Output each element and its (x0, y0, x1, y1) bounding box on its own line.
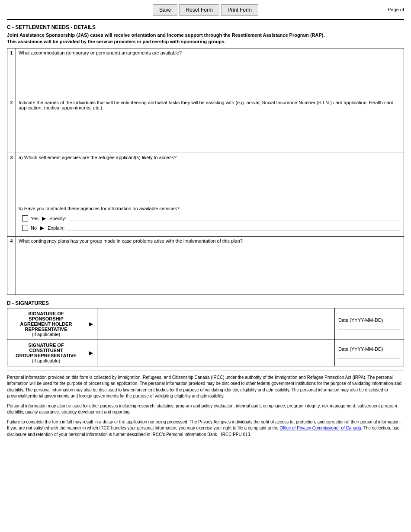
privacy-commissioner-link[interactable]: Office of Privacy Commissioner of Canada (279, 426, 361, 430)
no-label: No (31, 225, 37, 231)
question-3-row: 3 a) Which settlement agencies are the r… (7, 153, 404, 237)
privacy-para3: Failure to complete the form in full may… (7, 419, 404, 438)
sig2-date-label: Date (YYYY-MM-DD) (338, 346, 400, 352)
q4-content: What contingency plans has your group ma… (16, 237, 404, 295)
q1-content: What accommodation (temporary or permane… (16, 48, 404, 98)
toolbar: Save Reset Form Print Form Page of (0, 0, 411, 19)
q3a-textarea[interactable] (19, 161, 401, 200)
sig1-line2: AGREEMENT HOLDER (20, 321, 72, 327)
question-2-row: 2 Indicate the names of the individuals … (7, 98, 404, 153)
sig2-date-input[interactable] (338, 353, 400, 359)
sig1-line3: REPRESENTATIVE (25, 327, 67, 332)
q3-content: a) Which settlement agencies are the ref… (16, 153, 404, 236)
q2-number: 2 (7, 98, 16, 153)
sig2-line2: GROUP REPRESENTATIVE (16, 353, 77, 358)
questions-container: 1 What accommodation (temporary or perma… (7, 48, 404, 295)
section-d-title: D - SIGNATURES (7, 298, 404, 306)
sig2-label: SIGNATURE OF CONSTITUENT GROUP REPRESENT… (7, 340, 85, 366)
yes-row: Yes ▶ Specify: (22, 215, 401, 221)
top-divider (7, 19, 404, 20)
reset-button[interactable]: Reset Form (179, 4, 219, 16)
sig2-field-cell (97, 340, 335, 366)
q2-content: Indicate the names of the individuals th… (16, 98, 404, 153)
sig2-line3: (if applicable) (32, 358, 60, 363)
sig1-label: SIGNATURE OF SPONSORSHIP AGREEMENT HOLDE… (7, 308, 85, 340)
sig1-line4: (if applicable) (32, 332, 60, 337)
yes-label: Yes (31, 216, 39, 221)
sig1-row: SIGNATURE OF SPONSORSHIP AGREEMENT HOLDE… (7, 308, 404, 340)
sig1-date-cell: Date (YYYY-MM-DD) (335, 308, 404, 340)
main-content: C - SETTLEMENT NEEDS - DETAILS Joint Ass… (0, 19, 411, 448)
q4-textarea[interactable] (19, 244, 401, 292)
sig1-arrow-icon: ▶ (89, 321, 93, 327)
no-checkbox[interactable] (22, 225, 28, 231)
q4-number: 4 (7, 237, 16, 295)
sig1-input[interactable] (101, 317, 331, 330)
q1-label: What accommodation (temporary or permane… (19, 50, 401, 55)
sig1-line1: SIGNATURE OF SPONSORSHIP (28, 311, 64, 321)
question-4-row: 4 What contingency plans has your group … (7, 237, 404, 295)
specify-input[interactable] (69, 215, 401, 221)
yes-arrow-icon: ▶ (42, 215, 46, 221)
sig2-line1: SIGNATURE OF CONSTITUENT (28, 343, 64, 353)
privacy-para1: Personal information provided on this fo… (7, 375, 404, 400)
q1-textarea[interactable] (19, 56, 401, 95)
sig1-field-cell (97, 308, 335, 340)
privacy-section: Personal information provided on this fo… (7, 371, 404, 438)
print-button[interactable]: Print Form (221, 4, 258, 16)
sig1-date-input[interactable] (338, 324, 400, 330)
yes-checkbox[interactable] (22, 215, 28, 221)
sig2-arrow-icon: ▶ (89, 350, 93, 356)
question-1-row: 1 What accommodation (temporary or perma… (7, 48, 404, 98)
q2-label: Indicate the names of the individuals th… (19, 100, 401, 110)
section-c-title: C - SETTLEMENT NEEDS - DETAILS (7, 22, 404, 30)
sig2-row: SIGNATURE OF CONSTITUENT GROUP REPRESENT… (7, 340, 404, 366)
q4-label: What contingency plans has your group ma… (19, 238, 401, 244)
no-arrow-icon: ▶ (40, 225, 44, 231)
no-row: No ▶ Explain: (22, 225, 401, 231)
q1-number: 1 (7, 48, 16, 98)
intro-line2: This assistance will be provided by the … (7, 39, 226, 44)
intro-line1: Joint Assistance Sponsorship (JAS) cases… (7, 32, 325, 38)
page-label: Page of (388, 7, 404, 12)
signatures-table: SIGNATURE OF SPONSORSHIP AGREEMENT HOLDE… (7, 308, 404, 366)
q2-textarea[interactable] (19, 111, 401, 150)
q3-number: 3 (7, 153, 16, 236)
intro-text: Joint Assistance Sponsorship (JAS) cases… (7, 32, 404, 45)
privacy-para2: Personal information may also be used fo… (7, 403, 404, 416)
explain-input[interactable] (67, 225, 401, 231)
sig2-input[interactable] (101, 346, 331, 359)
sig2-date-cell: Date (YYYY-MM-DD) (335, 340, 404, 366)
specify-label: Specify: (49, 216, 66, 221)
sig1-date-label: Date (YYYY-MM-DD) (338, 317, 400, 323)
explain-label: Explain: (48, 225, 64, 231)
save-button[interactable]: Save (153, 4, 177, 16)
q3a-label: a) Which settlement agencies are the ref… (19, 155, 401, 160)
q3b-label: b) Have you contacted these agencies for… (19, 204, 401, 213)
